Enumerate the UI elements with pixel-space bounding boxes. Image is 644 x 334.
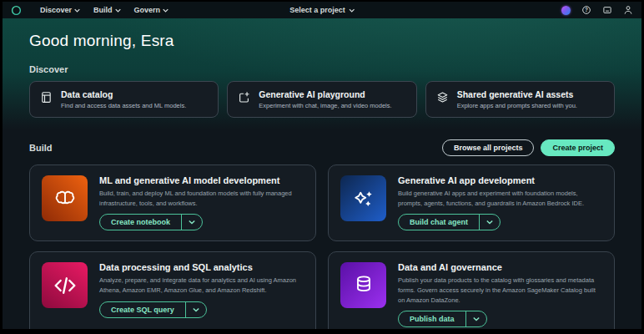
create-project-button[interactable]: Create project xyxy=(541,139,615,156)
build-section-label: Build xyxy=(29,143,53,153)
project-selector-label: Select a project xyxy=(289,6,345,14)
discover-card-title: Data catalog xyxy=(61,89,186,99)
shared-assets-icon xyxy=(436,91,449,107)
chevron-down-icon xyxy=(163,8,169,13)
build-card-title: ML and generative AI model development xyxy=(99,175,304,185)
discover-cards-row: Data catalog Find and access data assets… xyxy=(29,81,615,118)
profile-icon[interactable] xyxy=(623,5,633,15)
chevron-down-icon xyxy=(193,307,199,312)
topbar: Discover Build Govern Select a project ? xyxy=(3,2,641,18)
nav-item-govern[interactable]: Govern xyxy=(134,6,169,14)
brain-icon xyxy=(42,175,88,221)
generative-ai-app-development-card: Generative AI app development Build gene… xyxy=(328,164,615,241)
chevron-down-icon xyxy=(486,220,493,225)
discover-card-desc: Explore apps and prompts shared with you… xyxy=(457,102,577,109)
hero-section: Good morning, Esra Discover Data catalog… xyxy=(3,18,641,129)
data-catalog-card[interactable]: Data catalog Find and access data assets… xyxy=(29,81,219,118)
sagemaker-studio-logo-icon[interactable] xyxy=(11,5,22,16)
shared-generative-ai-assets-card[interactable]: Shared generative AI assets Explore apps… xyxy=(425,81,615,118)
data-ai-governance-card: Data and AI governance Publish your data… xyxy=(328,251,615,329)
build-chat-agent-button[interactable]: Build chat agent xyxy=(399,215,479,230)
build-section-header: Build Browse all projects Create project xyxy=(29,139,615,156)
topbar-left: Discover Build Govern xyxy=(11,5,169,16)
build-section: Build Browse all projects Create project… xyxy=(3,139,641,329)
publish-data-dropdown-button[interactable] xyxy=(465,311,486,326)
publish-data-split-button: Publish data xyxy=(398,311,487,327)
data-catalog-icon xyxy=(40,91,53,107)
publish-data-button[interactable]: Publish data xyxy=(399,311,465,326)
amazon-q-icon[interactable] xyxy=(561,5,571,15)
create-notebook-button[interactable]: Create notebook xyxy=(100,215,181,230)
create-sql-query-button[interactable]: Create SQL query xyxy=(100,302,185,317)
chevron-down-icon xyxy=(189,220,195,225)
playground-icon xyxy=(238,91,250,107)
build-card-title: Data processing and SQL analytics xyxy=(99,262,304,272)
browse-all-projects-button[interactable]: Browse all projects xyxy=(442,139,535,156)
data-processing-sql-analytics-card: Data processing and SQL analytics Analyz… xyxy=(29,251,316,329)
build-chat-agent-dropdown-button[interactable] xyxy=(479,215,500,230)
greeting-heading: Good morning, Esra xyxy=(29,32,615,50)
database-icon xyxy=(340,262,386,308)
discover-card-desc: Find and access data assets and ML model… xyxy=(61,102,186,109)
build-cards-grid: ML and generative AI model development B… xyxy=(29,164,615,329)
nav-item-build[interactable]: Build xyxy=(93,6,121,14)
nav-item-label: Discover xyxy=(40,6,72,14)
build-card-title: Generative AI app development xyxy=(398,175,602,185)
nav-item-label: Build xyxy=(93,6,113,14)
nav-item-discover[interactable]: Discover xyxy=(40,6,80,14)
build-card-desc: Analyze, prepare, and integrate data for… xyxy=(99,276,304,295)
ml-model-development-card: ML and generative AI model development B… xyxy=(29,164,316,241)
create-notebook-dropdown-button[interactable] xyxy=(181,215,202,230)
build-card-desc: Publish your data products to the catalo… xyxy=(398,276,602,305)
discover-section-label: Discover xyxy=(29,64,615,74)
chevron-down-icon xyxy=(74,8,80,13)
discover-card-desc: Experiment with chat, image, and video m… xyxy=(259,102,391,109)
nav-item-label: Govern xyxy=(134,6,161,14)
build-card-desc: Build generative AI apps and experiment … xyxy=(398,189,602,208)
discover-card-title: Generative AI playground xyxy=(259,89,391,99)
help-icon[interactable]: ? xyxy=(581,5,591,15)
build-card-desc: Build, train, and deploy ML and foundati… xyxy=(99,189,304,208)
chevron-down-icon xyxy=(349,8,355,13)
generative-ai-playground-card[interactable]: Generative AI playground Experiment with… xyxy=(227,81,416,118)
create-sql-query-split-button: Create SQL query xyxy=(99,301,207,318)
discover-card-title: Shared generative AI assets xyxy=(457,89,577,99)
sparkles-icon xyxy=(340,175,386,221)
code-icon xyxy=(42,262,88,308)
create-notebook-split-button: Create notebook xyxy=(99,214,203,230)
create-sql-query-dropdown-button[interactable] xyxy=(185,302,206,317)
chevron-down-icon xyxy=(473,316,480,321)
svg-text:?: ? xyxy=(585,7,588,13)
build-actions: Browse all projects Create project xyxy=(442,139,615,156)
feedback-icon[interactable] xyxy=(602,5,612,15)
topbar-right: ? xyxy=(561,5,633,15)
build-chat-agent-split-button: Build chat agent xyxy=(398,214,501,230)
build-card-title: Data and AI governance xyxy=(398,262,602,272)
chevron-down-icon xyxy=(115,8,121,13)
project-selector[interactable]: Select a project xyxy=(289,6,355,14)
app-window: Discover Build Govern Select a project ? xyxy=(3,2,641,329)
